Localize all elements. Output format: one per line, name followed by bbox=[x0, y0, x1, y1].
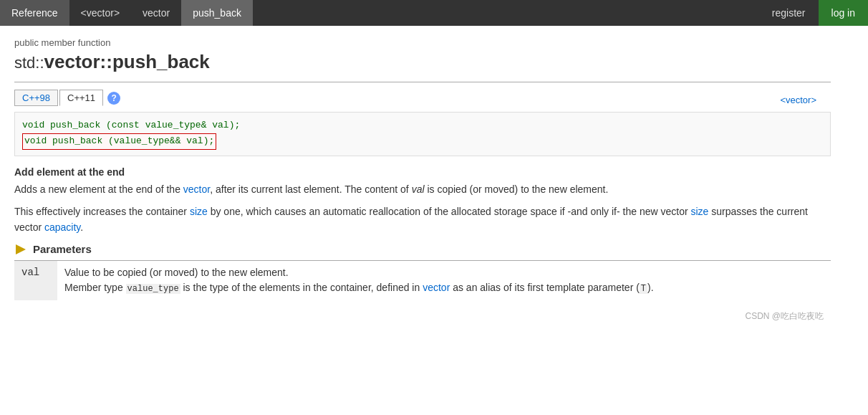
vector-top-link[interactable]: <vector> bbox=[780, 95, 816, 105]
code-line-1: void push_back (const value_type& val); bbox=[22, 118, 823, 133]
link-size-2[interactable]: size bbox=[691, 206, 709, 217]
version-tabs: C++98 C++11 ? bbox=[14, 90, 831, 106]
param-desc2-code: value_type bbox=[126, 284, 180, 294]
page-title: std::vector::push_back bbox=[14, 51, 831, 73]
help-icon[interactable]: ? bbox=[107, 92, 120, 105]
nav-vector[interactable]: vector bbox=[131, 0, 181, 26]
params-table: val Value to be copied (or moved) to the… bbox=[14, 261, 831, 300]
tab-cpp11[interactable]: C++11 bbox=[59, 90, 103, 106]
code-block: void push_back (const value_type& val); … bbox=[14, 112, 831, 156]
para1-middle: , after its current last element. The co… bbox=[210, 183, 411, 195]
params-header: Parameters bbox=[14, 243, 831, 261]
watermark: CSDN @吃白吃夜吃 bbox=[14, 307, 831, 325]
nav-vector-header[interactable]: <vector> bbox=[69, 0, 131, 26]
param-name: val bbox=[14, 261, 57, 300]
namespace-prefix: std:: bbox=[14, 54, 44, 72]
nav-reference[interactable]: Reference bbox=[0, 0, 69, 26]
param-desc2-suffix: as an alias of its first template parame… bbox=[450, 282, 640, 293]
public-member-label: public member function bbox=[14, 37, 831, 48]
link-capacity[interactable]: capacity bbox=[44, 221, 80, 233]
para1-italic: val bbox=[412, 183, 425, 195]
link-vector-1[interactable]: vector bbox=[183, 183, 210, 195]
title-row: public member function std::vector::push… bbox=[14, 37, 831, 82]
param-desc2-end: ). bbox=[647, 282, 654, 293]
link-size-1[interactable]: size bbox=[190, 206, 208, 217]
para2-suffix: . bbox=[80, 221, 83, 233]
tab-cpp98[interactable]: C++98 bbox=[14, 90, 58, 106]
param-desc-line2: Member type value_type is the type of th… bbox=[64, 280, 824, 296]
para1-prefix: Adds a new element at the end of the bbox=[14, 183, 183, 195]
params-icon bbox=[14, 243, 27, 256]
login-button[interactable]: log in bbox=[819, 0, 868, 26]
code-line-2: void push_back (value_type&& val); bbox=[22, 133, 823, 150]
para-2: This effectively increases the container… bbox=[14, 204, 831, 235]
param-desc2-link[interactable]: vector bbox=[423, 282, 450, 293]
nav-push-back[interactable]: push_back bbox=[181, 0, 253, 26]
register-button[interactable]: register bbox=[759, 0, 819, 26]
param-desc2-middle: is the type of the elements in the conta… bbox=[180, 282, 423, 293]
param-desc: Value to be copied (or moved) to the new… bbox=[57, 261, 831, 300]
section-heading: Add element at the end bbox=[14, 166, 831, 178]
param-desc-line1: Value to be copied (or moved) to the new… bbox=[64, 265, 824, 281]
svg-marker-0 bbox=[16, 244, 26, 254]
para2-middle: by one, which causes an automatic reallo… bbox=[208, 206, 691, 217]
param-desc2-prefix: Member type bbox=[64, 282, 126, 293]
code-line-2-highlighted: void push_back (value_type&& val); bbox=[22, 133, 216, 150]
function-name: vector::push_back bbox=[44, 51, 210, 72]
params-title: Parameters bbox=[33, 243, 92, 255]
para-1: Adds a new element at the end of the vec… bbox=[14, 182, 831, 198]
param-row-val: val Value to be copied (or moved) to the… bbox=[14, 261, 831, 300]
param-desc2-code2: T bbox=[640, 284, 647, 294]
main-content: public member function std::vector::push… bbox=[0, 26, 845, 337]
para1-suffix: is copied (or moved) to the new element. bbox=[425, 183, 609, 195]
navbar: Reference <vector> vector push_back regi… bbox=[0, 0, 868, 26]
para2-prefix: This effectively increases the container bbox=[14, 206, 190, 217]
nav-spacer bbox=[253, 0, 759, 26]
